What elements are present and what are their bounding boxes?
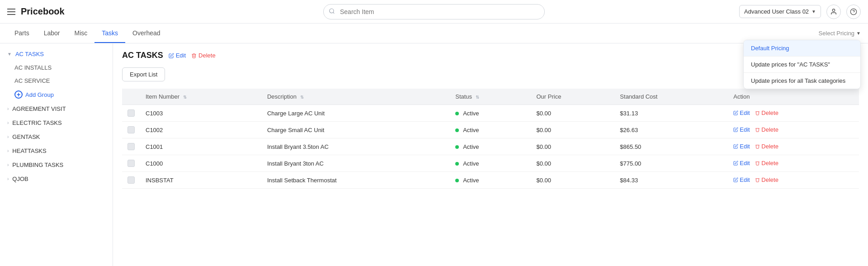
dropdown-item-default-pricing[interactable]: Default Pricing [744,40,860,56]
search-input[interactable] [323,4,545,19]
th-status[interactable]: Status ⇅ [450,89,531,105]
row-edit-button[interactable]: Edit [733,176,750,183]
tab-parts[interactable]: Parts [7,24,37,43]
th-description[interactable]: Description ⇅ [262,89,450,105]
dropdown-item-update-ac-tasks[interactable]: Update prices for "AC TASKS" [744,57,860,72]
add-group-button[interactable]: + Add Group [0,87,113,102]
table-row: C1001 Install Bryant 3.5ton AC Active $0… [122,138,859,155]
hamburger-icon[interactable] [7,9,15,15]
main-layout: ▼ AC TASKS AC INSTALLS AC SERVICE + Add … [0,43,868,266]
row-action-cell: Edit Delete [728,155,859,172]
row-item-number: C1001 [140,138,262,155]
row-checkbox[interactable] [127,176,135,184]
sidebar-item-label: AC TASKS [15,51,44,57]
sidebar-item-gentask[interactable]: › GENTASK [0,130,113,144]
row-checkbox[interactable] [127,109,135,117]
chevron-down-icon: ▼ [811,9,816,14]
row-status: Active [450,155,531,172]
row-checkbox[interactable] [127,126,135,133]
tab-misc[interactable]: Misc [67,24,95,43]
sidebar-subitem-ac-service[interactable]: AC SERVICE [0,74,113,87]
row-standard-cost: $31.13 [614,105,728,122]
sidebar-item-label: PLUMBING TASKS [12,162,63,168]
th-our-price: Our Price [531,89,614,105]
add-group-label: Add Group [25,91,54,98]
section-edit-button[interactable]: Edit [169,52,186,59]
th-standard-cost: Standard Cost [614,89,728,105]
row-status: Active [450,138,531,155]
help-button[interactable] [846,5,861,19]
row-checkbox-cell [122,105,140,122]
sidebar-item-qjob[interactable]: › QJOB [0,172,113,186]
dropdown-item-update-all[interactable]: Update prices for all Task categories [744,73,860,89]
tab-labor[interactable]: Labor [37,24,67,43]
sidebar-item-ac-tasks[interactable]: ▼ AC TASKS [0,47,113,61]
row-action-cell: Edit Delete [728,105,859,122]
sidebar-item-agreement-visit[interactable]: › AGREEMENT VISIT [0,102,113,116]
row-our-price: $0.00 [531,105,614,122]
row-checkbox[interactable] [127,160,135,167]
header: Pricebook Advanced User Class 02 ▼ [0,0,868,24]
table-row: C1000 Install Bryant 3ton AC Active $0.0… [122,155,859,172]
row-description: Install Bryant 3ton AC [262,155,450,172]
chevron-right-icon: › [7,162,9,167]
sidebar-subitem-ac-installs[interactable]: AC INSTALLS [0,61,113,74]
sidebar-item-label: HEATTASKS [12,147,46,154]
th-checkbox [122,89,140,105]
tab-tasks[interactable]: Tasks [94,24,125,43]
sidebar-item-label: AGREEMENT VISIT [12,105,66,112]
sidebar: ▼ AC TASKS AC INSTALLS AC SERVICE + Add … [0,43,113,266]
section-delete-button[interactable]: Delete [191,52,216,59]
row-item-number: C1003 [140,105,262,122]
tabs-bar: Parts Labor Misc Tasks Overhead Select P… [0,24,868,43]
status-dot-icon [455,112,459,115]
items-table: Item Number ⇅ Description ⇅ Status ⇅ Our… [122,89,859,189]
row-checkbox-cell [122,172,140,189]
chevron-right-icon: › [7,120,9,125]
table-body: C1003 Charge Large AC Unit Active $0.00 … [122,105,859,189]
sidebar-item-heattasks[interactable]: › HEATTASKS [0,144,113,158]
row-description: Install Setback Thermostat [262,172,450,189]
row-delete-button[interactable]: Delete [755,126,778,133]
select-pricing-button[interactable]: Select Pricing ▼ [819,30,861,37]
export-list-button[interactable]: Export List [122,67,165,81]
row-delete-button[interactable]: Delete [755,160,778,166]
delete-label: Delete [198,52,216,59]
chevron-right-icon: › [7,106,9,111]
sort-icon: ⇅ [476,95,479,100]
tab-overhead[interactable]: Overhead [125,24,167,43]
row-our-price: $0.00 [531,138,614,155]
row-checkbox-cell [122,155,140,172]
row-edit-button[interactable]: Edit [733,109,750,116]
app-logo: Pricebook [21,6,65,17]
svg-line-1 [333,12,335,14]
sidebar-item-plumbing-tasks[interactable]: › PLUMBING TASKS [0,158,113,172]
sort-icon: ⇅ [300,95,304,100]
header-right: Advanced User Class 02 ▼ [739,5,861,19]
sidebar-item-electric-tasks[interactable]: › ELECTRIC TASKS [0,116,113,130]
chevron-right-icon: › [7,148,9,153]
search-bar [323,4,545,19]
user-avatar-button[interactable] [826,5,841,19]
row-checkbox[interactable] [127,143,135,150]
add-group-circle-icon: + [14,90,23,99]
th-item-number[interactable]: Item Number ⇅ [140,89,262,105]
row-edit-button[interactable]: Edit [733,143,750,150]
row-delete-button[interactable]: Delete [755,143,778,150]
row-edit-button[interactable]: Edit [733,160,750,166]
row-delete-button[interactable]: Delete [755,109,778,116]
row-item-number: C1002 [140,122,262,138]
header-left: Pricebook [7,6,65,17]
user-class-selector[interactable]: Advanced User Class 02 ▼ [739,5,821,18]
table-row: C1003 Charge Large AC Unit Active $0.00 … [122,105,859,122]
row-delete-button[interactable]: Delete [755,176,778,183]
chevron-right-icon: › [7,134,9,139]
row-edit-button[interactable]: Edit [733,126,750,133]
row-standard-cost: $84.33 [614,172,728,189]
row-action-cell: Edit Delete [728,172,859,189]
row-description: Install Bryant 3.5ton AC [262,138,450,155]
row-action-cell: Edit Delete [728,122,859,138]
search-icon [329,8,335,15]
status-dot-icon [455,145,459,149]
row-status: Active [450,122,531,138]
